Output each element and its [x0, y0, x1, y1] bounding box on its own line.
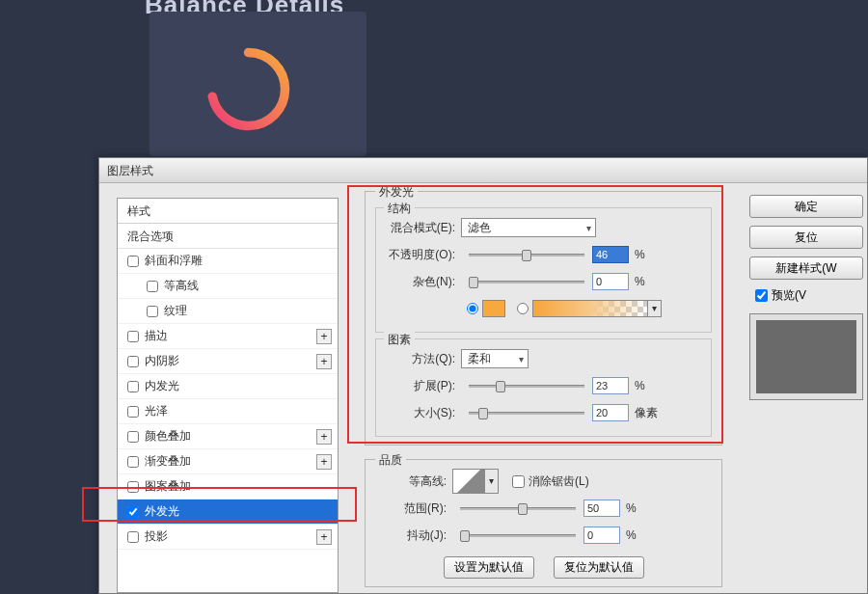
style-label: 等高线 [164, 278, 199, 294]
style-bevel-check[interactable] [127, 256, 139, 267]
style-label: 渐变叠加 [145, 453, 191, 470]
preview-toggle[interactable]: 预览(V [755, 287, 867, 304]
add-effect-icon[interactable]: + [316, 454, 332, 470]
style-inner-glow-check[interactable] [127, 381, 139, 392]
glow-gradient-radio[interactable] [517, 303, 529, 314]
blend-mode-label: 混合模式(E): [384, 220, 461, 236]
style-inner-glow[interactable]: 内发光 [118, 374, 338, 399]
style-gradient-overlay-check[interactable] [127, 456, 139, 468]
style-color-overlay[interactable]: 颜色叠加 + [118, 424, 338, 449]
opacity-slider[interactable] [469, 254, 584, 256]
size-slider[interactable] [469, 412, 584, 415]
style-texture-check[interactable] [147, 306, 158, 317]
elements-group: 图素 方法(Q): 柔和 扩展(P): % 大小(S): [375, 338, 712, 437]
blend-mode-select[interactable]: 滤色 [461, 218, 596, 237]
gradient-ring-icon [203, 43, 294, 135]
spread-unit: % [635, 379, 645, 392]
add-effect-icon[interactable]: + [316, 529, 332, 545]
style-label: 斜面和浮雕 [145, 253, 203, 269]
range-label: 范围(R): [375, 500, 452, 517]
layer-style-dialog: 图层样式 样式 混合选项 斜面和浮雕 等高线 纹理 描边 + [98, 157, 868, 594]
add-effect-icon[interactable]: + [316, 429, 332, 445]
contour-label: 等高线: [375, 473, 452, 490]
style-contour-check[interactable] [147, 281, 158, 292]
dialog-button-column: 确定 复位 新建样式(W 预览(V [742, 195, 867, 400]
blend-mode-value: 滤色 [468, 220, 491, 236]
style-contour[interactable]: 等高线 [118, 274, 338, 299]
reset-default-button[interactable]: 复位为默认值 [554, 556, 644, 579]
spread-input[interactable] [592, 377, 629, 394]
style-label: 描边 [145, 328, 168, 344]
jitter-label: 抖动(J): [375, 527, 452, 544]
style-label: 光泽 [145, 403, 168, 419]
style-texture[interactable]: 纹理 [118, 299, 338, 324]
style-drop-shadow-check[interactable] [127, 531, 139, 543]
make-default-button[interactable]: 设置为默认值 [444, 556, 534, 579]
contour-dropdown-icon[interactable]: ▾ [485, 469, 499, 494]
style-bevel[interactable]: 斜面和浮雕 [118, 249, 338, 274]
style-gradient-overlay[interactable]: 渐变叠加 + [118, 449, 338, 474]
range-unit: % [626, 501, 637, 515]
range-slider[interactable] [460, 507, 576, 510]
outer-glow-panel: 外发光 结构 混合模式(E): 滤色 不透明度(O): % [355, 183, 732, 593]
elements-title: 图素 [384, 332, 415, 348]
technique-value: 柔和 [468, 351, 491, 367]
style-inner-shadow[interactable]: 内阴影 + [118, 349, 338, 374]
style-label: 外发光 [145, 503, 179, 520]
style-satin[interactable]: 光泽 [118, 399, 338, 424]
add-effect-icon[interactable]: + [316, 354, 332, 369]
style-satin-check[interactable] [127, 406, 139, 418]
style-stroke-check[interactable] [127, 331, 139, 342]
style-outer-glow-check[interactable] [127, 506, 139, 518]
styles-panel: 样式 混合选项 斜面和浮雕 等高线 纹理 描边 + 内阴影 [117, 198, 339, 593]
gradient-dropdown-icon[interactable]: ▾ [648, 300, 662, 317]
glow-color-swatch[interactable] [482, 300, 505, 317]
styles-header[interactable]: 样式 [118, 199, 338, 224]
contour-picker[interactable] [452, 469, 485, 494]
style-stroke[interactable]: 描边 + [118, 324, 338, 349]
svg-point-0 [212, 53, 285, 126]
new-style-button[interactable]: 新建样式(W [749, 256, 863, 280]
style-pattern-overlay-check[interactable] [127, 481, 139, 493]
style-color-overlay-check[interactable] [127, 431, 139, 443]
blend-options[interactable]: 混合选项 [118, 224, 338, 249]
jitter-unit: % [626, 528, 637, 542]
noise-unit: % [635, 275, 645, 288]
jitter-input[interactable] [583, 526, 620, 544]
antialias-check[interactable] [512, 475, 525, 488]
opacity-label: 不透明度(O): [384, 247, 461, 263]
noise-input[interactable] [592, 273, 629, 290]
preview-card [149, 12, 366, 156]
preview-thumbnail [749, 313, 863, 400]
range-input[interactable] [583, 500, 620, 517]
glow-gradient-swatch[interactable] [532, 300, 648, 317]
quality-group: 品质 等高线: ▾ 消除锯齿(L) 范围(R): % 抖动(J): [365, 459, 722, 587]
antialias-label: 消除锯齿(L) [529, 473, 589, 490]
style-label: 图案叠加 [145, 478, 191, 495]
technique-select[interactable]: 柔和 [461, 349, 529, 368]
spread-label: 扩展(P): [384, 378, 461, 394]
style-inner-shadow-check[interactable] [127, 356, 139, 367]
ok-button[interactable]: 确定 [749, 195, 863, 218]
noise-label: 杂色(N): [384, 274, 461, 290]
noise-slider[interactable] [469, 281, 584, 284]
spread-slider[interactable] [469, 385, 584, 388]
preview-checkbox[interactable] [755, 289, 768, 302]
style-label: 内阴影 [145, 353, 179, 369]
outer-glow-title: 外发光 [375, 184, 418, 201]
size-label: 大小(S): [384, 405, 461, 421]
cancel-button[interactable]: 复位 [749, 226, 863, 249]
dialog-title: 图层样式 [99, 158, 867, 183]
opacity-input[interactable] [592, 246, 629, 263]
style-drop-shadow[interactable]: 投影 + [118, 525, 338, 550]
style-label: 颜色叠加 [145, 428, 191, 445]
style-pattern-overlay[interactable]: 图案叠加 [118, 474, 338, 500]
jitter-slider[interactable] [460, 534, 576, 537]
style-outer-glow[interactable]: 外发光 [118, 500, 338, 525]
structure-title: 结构 [384, 201, 415, 217]
style-label: 投影 [145, 528, 168, 545]
add-effect-icon[interactable]: + [316, 329, 332, 344]
size-input[interactable] [592, 404, 629, 421]
glow-color-radio[interactable] [467, 303, 478, 314]
style-label: 纹理 [164, 303, 187, 319]
